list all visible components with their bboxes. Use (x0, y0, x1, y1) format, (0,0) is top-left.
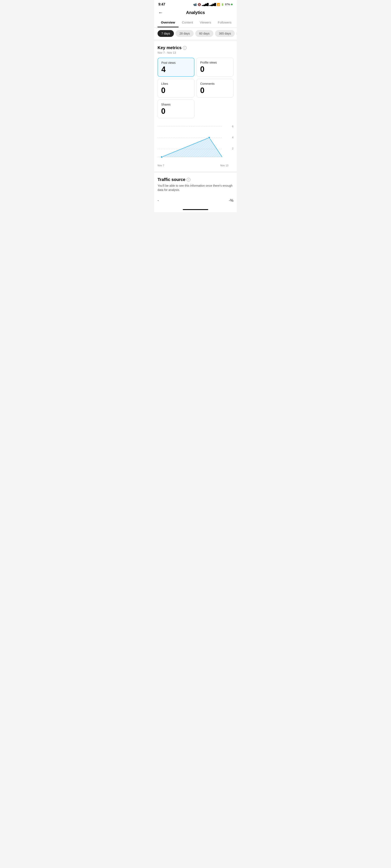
period-365days[interactable]: 365 days (215, 30, 235, 37)
traffic-left-value: - (157, 198, 159, 203)
traffic-title: Traffic source (157, 177, 185, 182)
camera-icon: 📹 (193, 3, 197, 6)
home-indicator (183, 209, 208, 210)
period-28days[interactable]: 28 days (176, 30, 193, 37)
header: ← Analytics (154, 8, 237, 18)
mute-icon: 🔇 (198, 3, 201, 6)
metric-value-shares: 0 (161, 107, 191, 115)
chart-y-labels: 6 4 2 (232, 124, 234, 159)
metric-card-shares[interactable]: Shares 0 (157, 100, 194, 118)
traffic-stats-row: - -% (157, 196, 234, 203)
metric-label-post-views: Post views (161, 61, 191, 64)
metric-value-profile-views: 0 (200, 65, 230, 73)
chart-y-label-6: 6 (232, 125, 234, 128)
back-button[interactable]: ← (158, 10, 163, 16)
period-selector: 7 days 28 days 60 days 365 days Cu... (154, 28, 237, 39)
tab-live[interactable]: LIVE (235, 18, 237, 27)
metric-card-post-views[interactable]: Post views 4 (157, 58, 194, 77)
battery-icon: 🔋 (221, 3, 224, 6)
tab-viewers[interactable]: Viewers (197, 18, 214, 27)
tabs-container: Overview Content Viewers Followers LIVE (154, 18, 237, 28)
tab-followers[interactable]: Followers (214, 18, 235, 27)
section-header: Key metrics i (157, 45, 234, 50)
tabs-row: Overview Content Viewers Followers LIVE (154, 18, 237, 27)
metric-label-shares: Shares (161, 103, 191, 106)
metric-label-comments: Comments (200, 82, 230, 85)
period-custom[interactable]: Cu... (236, 30, 237, 37)
chart-start-dot (161, 156, 163, 158)
metrics-grid: Post views 4 Profile views 0 Likes 0 Com… (157, 58, 234, 118)
metric-card-profile-views[interactable]: Profile views 0 (197, 58, 234, 77)
chart-area: 6 4 2 (157, 124, 234, 163)
status-time: 9:47 (158, 3, 165, 6)
chart-svg-wrapper (157, 124, 234, 163)
metric-value-comments: 0 (200, 87, 230, 94)
chart-container: 6 4 2 Nov 7 Nov 13 (157, 122, 234, 167)
wifi-icon: 📶 (217, 3, 220, 6)
chart-x-label-start: Nov 7 (157, 164, 164, 167)
key-metrics-section: Key metrics i Nov 7 - Nov 13 Post views … (154, 41, 237, 171)
chart-hatch (162, 137, 222, 157)
period-60days[interactable]: 60 days (195, 30, 213, 37)
metric-label-profile-views: Profile views (200, 61, 230, 64)
chart-peak-dot (208, 137, 210, 139)
page-title: Analytics (186, 10, 205, 15)
chart-x-labels: Nov 7 Nov 13 (157, 163, 234, 167)
date-range: Nov 7 - Nov 13 (157, 51, 234, 54)
period-7days[interactable]: 7 days (157, 30, 174, 37)
tab-overview[interactable]: Overview (157, 18, 179, 27)
traffic-description: You'll be able to see this information o… (157, 184, 234, 192)
traffic-source-section: Traffic source i You'll be able to see t… (154, 173, 237, 207)
signal2-icon: ▂▄▆█ (209, 3, 216, 6)
chart-x-label-end: Nov 13 (220, 164, 229, 167)
section-title: Key metrics (157, 45, 181, 50)
status-icons: 📹 🔇 ▂▄▆█ ▂▄▆█ 📶 🔋 97% (193, 3, 233, 6)
traffic-right-value: -% (229, 198, 234, 203)
metric-card-comments[interactable]: Comments 0 (197, 79, 234, 97)
tab-content[interactable]: Content (179, 18, 197, 27)
metric-label-likes: Likes (161, 82, 191, 85)
signal-icon: ▂▄▆█ (202, 3, 208, 6)
green-dot (231, 4, 233, 5)
chart-svg (157, 124, 229, 162)
bottom-bar (154, 207, 237, 212)
status-bar: 9:47 📹 🔇 ▂▄▆█ ▂▄▆█ 📶 🔋 97% (154, 0, 237, 8)
chart-y-label-4: 4 (232, 136, 234, 139)
battery-pct: 97% (225, 3, 230, 6)
traffic-header: Traffic source i (157, 177, 234, 182)
metric-card-likes[interactable]: Likes 0 (157, 79, 194, 97)
traffic-info-icon[interactable]: i (187, 178, 190, 182)
key-metrics-info-icon[interactable]: i (183, 46, 187, 50)
chart-y-label-2: 2 (232, 147, 234, 150)
metric-value-post-views: 4 (161, 66, 191, 73)
metric-value-likes: 0 (161, 87, 191, 94)
